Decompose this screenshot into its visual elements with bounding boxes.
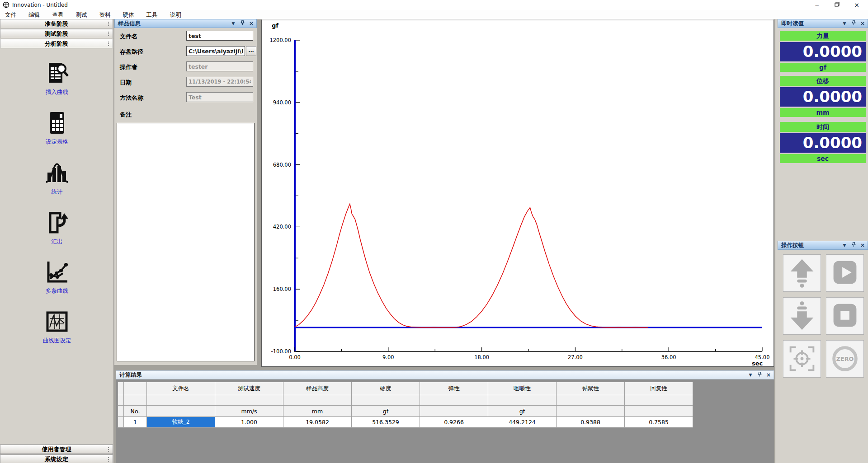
panel-collapse-button[interactable]: ▼: [841, 20, 848, 27]
zero-button[interactable]: ZERO: [826, 340, 864, 378]
drag-handle-icon: [108, 457, 109, 458]
sample-height-cell[interactable]: 19.0582: [283, 417, 351, 427]
menu-item-file[interactable]: 文件: [0, 10, 21, 19]
minimize-icon: −: [815, 2, 819, 8]
restore-button[interactable]: [827, 0, 846, 10]
sidebar-item-system-settings[interactable]: 系统设定: [0, 454, 113, 463]
menu-item-edit[interactable]: 编辑: [24, 10, 45, 19]
panel-collapse-button[interactable]: ▼: [747, 372, 754, 378]
sidebar-stage-prepare[interactable]: 准备阶段: [0, 19, 113, 28]
tool-label: 设定表格: [0, 138, 114, 146]
sidebar-item-table-setup[interactable]: 设定表格: [0, 111, 114, 146]
panel-title: 样品信息: [118, 20, 141, 27]
chevron-down-icon: ▼: [749, 373, 752, 377]
panel-pin-button[interactable]: [850, 20, 857, 27]
application-window: Innovation - Untitled − × 文件 编辑 查看 测试 资料…: [0, 0, 868, 463]
pin-icon: [852, 242, 856, 247]
svg-text:9.00: 9.00: [382, 354, 394, 360]
operator-label: 操作者: [120, 63, 137, 71]
y-axis-unit-label: gf: [272, 22, 278, 29]
row-header-cell[interactable]: [118, 417, 123, 427]
play-icon: [826, 255, 863, 291]
tool-label: 插入曲线: [0, 89, 114, 96]
empty-cell: [352, 395, 420, 405]
column-header-resilience: 回复性: [625, 382, 693, 395]
springiness-cell[interactable]: 0.9266: [420, 417, 488, 427]
chart-panel: gf sec 0.009.0018.0027.0036.0045.00-100.…: [261, 19, 774, 367]
corner-cell: [124, 382, 146, 395]
force-name-bar: 力量: [780, 31, 866, 41]
start-button[interactable]: [826, 254, 864, 292]
tool-label: 曲线图设定: [0, 337, 114, 345]
close-button[interactable]: ×: [847, 0, 866, 10]
jog-down-button[interactable]: [783, 297, 821, 335]
readings-header: 即时读值 ▼ ×: [778, 19, 868, 28]
chevron-down-icon: ▼: [843, 21, 846, 26]
chewiness-cell[interactable]: 449.2124: [488, 417, 556, 427]
jog-up-button[interactable]: [783, 254, 821, 292]
tool-label: 统计: [0, 188, 114, 196]
panel-pin-button[interactable]: [850, 242, 857, 248]
sidebar-stage-test[interactable]: 测试阶段: [0, 29, 113, 38]
sidebar-item-statistics[interactable]: 统计: [0, 161, 114, 196]
chart-settings-icon: [45, 309, 69, 334]
browse-button[interactable]: ...: [246, 46, 256, 56]
panel-title: 即时读值: [781, 20, 804, 27]
save-path-field[interactable]: [186, 46, 245, 56]
sidebar-item-chart-settings[interactable]: 曲线图设定: [0, 309, 114, 345]
stage-label: 系统设定: [45, 456, 68, 463]
corner-cell: [118, 382, 123, 395]
menu-item-tools[interactable]: 工具: [142, 10, 163, 19]
row-number-cell[interactable]: 1: [124, 417, 146, 427]
filename-field[interactable]: [186, 31, 253, 41]
minimize-button[interactable]: −: [807, 0, 826, 10]
arrow-up-icon: [783, 255, 821, 291]
panel-collapse-button[interactable]: ▼: [230, 20, 236, 27]
test-speed-cell[interactable]: 1.000: [215, 417, 283, 427]
menu-item-view[interactable]: 查看: [47, 10, 68, 19]
unit-cell: mm: [283, 406, 351, 416]
column-header-filename: 文件名: [147, 382, 215, 395]
menu-item-data[interactable]: 资料: [94, 10, 115, 19]
svg-text:680.00: 680.00: [273, 162, 291, 168]
panel-pin-button[interactable]: [239, 20, 245, 27]
panel-pin-button[interactable]: [756, 372, 763, 378]
empty-cell: [147, 395, 215, 405]
menu-item-help[interactable]: 说明: [165, 10, 186, 19]
time-name-bar: 时间: [780, 122, 866, 132]
filename-cell[interactable]: 软糖_2: [147, 417, 215, 427]
remark-textarea[interactable]: [117, 123, 255, 361]
menu-item-hardware[interactable]: 硬体: [118, 10, 139, 19]
sidebar-item-multi-curve[interactable]: 多条曲线: [0, 260, 114, 295]
panel-close-button[interactable]: ×: [859, 20, 866, 27]
stage-label: 使用者管理: [42, 446, 71, 453]
sidebar-item-export[interactable]: 汇出: [0, 210, 114, 246]
panel-close-button[interactable]: ×: [859, 242, 866, 248]
column-header-springiness: 弹性: [420, 382, 488, 395]
time-value-display: 0.0000: [780, 133, 866, 153]
panel-close-button[interactable]: ×: [248, 20, 255, 27]
menu-item-test[interactable]: 测试: [71, 10, 92, 19]
panel-collapse-button[interactable]: ▼: [841, 242, 848, 248]
sidebar-item-user-management[interactable]: 使用者管理: [0, 444, 113, 454]
target-icon: [783, 341, 821, 377]
resilience-cell[interactable]: 0.7585: [625, 417, 693, 427]
stop-button[interactable]: [826, 297, 864, 335]
displacement-name-bar: 位移: [780, 76, 866, 86]
displacement-unit-bar: mm: [780, 108, 866, 117]
column-header-sample-height: 样品高度: [283, 382, 351, 395]
sidebar-item-insert-curve[interactable]: 插入曲线: [0, 61, 114, 96]
stage-label: 准备阶段: [45, 20, 68, 27]
cohesiveness-cell[interactable]: 0.9388: [557, 417, 624, 427]
position-button[interactable]: [783, 340, 821, 378]
sidebar-stage-analysis[interactable]: 分析阶段: [0, 39, 113, 48]
no-header-cell: No.: [124, 406, 146, 416]
svg-text:27.00: 27.00: [568, 354, 583, 360]
unit-cell: [147, 406, 215, 416]
hardness-cell[interactable]: 516.3529: [352, 417, 420, 427]
title-bar: Innovation - Untitled − ×: [0, 0, 868, 10]
date-label: 日期: [120, 79, 132, 87]
statistics-icon: [45, 161, 69, 185]
panel-close-button[interactable]: ×: [765, 372, 772, 378]
time-unit-bar: sec: [780, 154, 866, 163]
